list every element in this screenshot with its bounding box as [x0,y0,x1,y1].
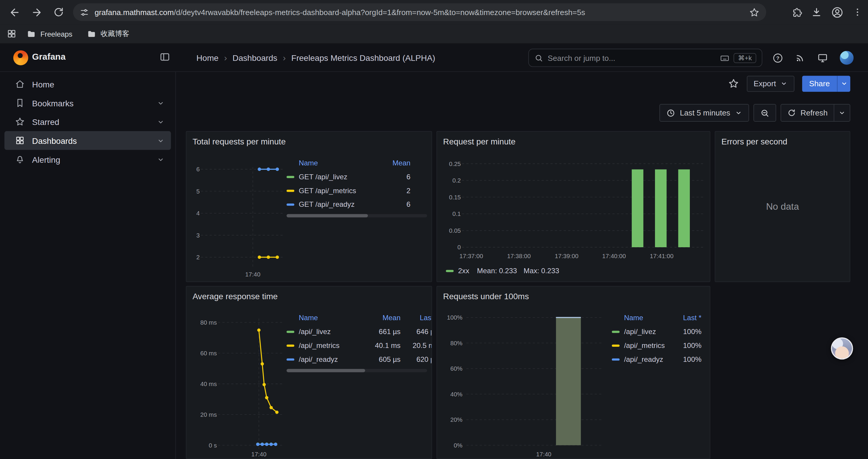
series-last: 646 µs [401,328,432,336]
legend-col-name[interactable]: Name [624,314,674,322]
chevron-down-icon [840,80,848,88]
legend-row[interactable]: GET /api/_livez 6 [286,170,427,184]
share-button[interactable]: Share [802,76,837,92]
search-input[interactable]: Search or jump to... ⌘+k [528,49,762,67]
legend-row[interactable]: GET /api/_metrics 2 [286,184,427,198]
scrollbar-thumb[interactable] [286,214,368,218]
dashboards-grid-icon [15,136,25,145]
share-label: Share [809,79,830,88]
svg-text:0%: 0% [454,442,463,449]
bookmark-star-icon[interactable] [749,7,760,18]
legend-row[interactable]: /api/_readyz 100% [612,352,701,366]
legend-col-name[interactable]: Name [299,314,356,322]
rss-icon [795,53,806,63]
panel-title[interactable]: Requests under 100ms [443,292,529,301]
extensions-icon[interactable] [792,7,802,18]
chevron-down-icon[interactable] [157,99,165,107]
floating-avatar[interactable] [831,337,853,359]
menu-kebab-icon[interactable] [852,7,863,17]
sidebar-item-bookmarks[interactable]: Bookmarks [4,93,171,112]
browser-toolbar: grafana.mathmast.com/d/deytv4rwavabkb/fr… [0,0,868,24]
header-icons: ? [772,44,854,72]
chevron-down-icon[interactable] [157,136,165,145]
svg-text:0.15: 0.15 [449,194,461,201]
grafana-logo[interactable] [13,50,28,65]
svg-text:4: 4 [196,210,200,217]
panel-title[interactable]: Average response time [193,292,278,301]
bookmark-folder-blog[interactable]: 收藏博客 [83,27,134,41]
series-mean: 6 [380,200,411,208]
profile-icon[interactable] [831,6,843,19]
chevron-down-icon[interactable] [157,155,165,163]
star-icon [15,117,25,127]
downloads-icon[interactable] [811,6,822,18]
url-bar[interactable]: grafana.mathmast.com/d/deytv4rwavabkb/fr… [73,3,766,21]
legend-col-name[interactable]: Name [299,159,379,167]
zoom-out-icon [760,108,770,118]
back-button[interactable] [4,2,24,22]
legend-col-last[interactable]: Last * [401,314,432,322]
dock-menu-button[interactable] [159,52,170,62]
sidebar-item-alerting[interactable]: Alerting [4,150,171,169]
browser-actions [792,0,865,24]
favorite-star-button[interactable] [728,78,739,89]
reload-button[interactable] [49,2,68,22]
legend-col-mean[interactable]: Mean [380,159,411,167]
bookmark-label: 收藏博客 [100,29,129,39]
legend-row[interactable]: /api/_readyz 605 µs 620 µs [286,352,432,366]
panel-title[interactable]: Total requests per minute [193,137,286,146]
scrollbar-thumb[interactable] [286,369,365,372]
legend-col-last[interactable]: Last * [674,314,702,322]
panel-title[interactable]: Request per minute [443,137,516,146]
breadcrumb-current[interactable]: Freeleaps Metrics Dashboard (ALPHA) [291,53,435,63]
display-button[interactable] [817,52,828,63]
legend-scrollbar[interactable] [286,369,427,372]
bookmark-folder-freeleaps[interactable]: Freeleaps [22,27,77,41]
apps-grid-icon[interactable] [6,29,17,39]
refresh-button[interactable]: Refresh [781,104,834,121]
svg-text:2: 2 [196,254,200,261]
breadcrumb-home[interactable]: Home [196,53,219,63]
legend-row[interactable]: /api/_livez 100% [612,325,701,338]
svg-text:80 ms: 80 ms [200,319,217,326]
series-name: /api/_metrics [624,341,674,350]
zoom-out-button[interactable] [753,104,776,122]
breadcrumb-dashboards[interactable]: Dashboards [232,53,277,63]
series-swatch [286,189,294,191]
request-per-minute-chart: 0.250.20.150.10.05017:37:0017:38:0017:39… [437,132,710,282]
bell-icon [15,154,25,164]
reload-icon [53,6,64,18]
sidebar-item-label: Bookmarks [32,98,73,107]
legend-row[interactable]: /api/_livez 661 µs 646 µs [286,325,432,338]
help-button[interactable]: ? [772,52,783,63]
legend-row[interactable]: GET /api/_readyz 6 [286,197,427,211]
chevron-down-icon[interactable] [157,118,165,126]
user-avatar[interactable] [840,51,854,65]
download-icon [811,6,822,18]
legend-row[interactable]: /api/_metrics 40.1 ms 20.5 ms [286,338,432,352]
help-circle-icon: ? [772,52,783,63]
news-button[interactable] [795,53,806,63]
legend-inline[interactable]: 2xx Mean: 0.233 Max: 0.233 [446,267,559,275]
puzzle-icon [792,7,802,18]
series-swatch [286,345,294,347]
export-button[interactable]: Export [747,76,794,92]
legend-scrollbar[interactable] [286,214,427,218]
sidebar-item-dashboards[interactable]: Dashboards [4,131,171,150]
grafana-app: Grafana Home Dashboards Freeleaps Metric… [0,44,868,459]
series-mean: 40.1 ms [356,341,401,350]
star-icon [749,7,760,18]
legend-col-mean[interactable]: Mean [356,314,401,322]
sidebar-item-home[interactable]: Home [4,75,171,94]
refresh-split-button: Refresh [780,104,850,122]
forward-button[interactable] [27,2,46,22]
refresh-interval-button[interactable] [834,104,850,121]
time-range-picker[interactable]: Last 5 minutes [659,104,749,122]
series-swatch [286,330,294,333]
kebab-icon [852,7,863,17]
share-menu-button[interactable] [837,76,850,92]
legend-header: Name Mean [286,156,427,170]
site-info-icon[interactable] [80,7,89,17]
sidebar-item-starred[interactable]: Starred [4,112,171,131]
legend-row[interactable]: /api/_metrics 100% [612,338,701,352]
